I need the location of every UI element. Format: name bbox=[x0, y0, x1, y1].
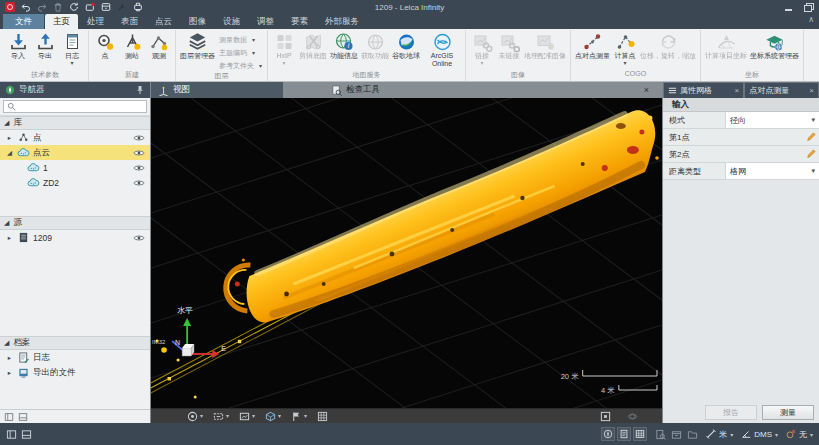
tree-item[interactable]: ▸导出的文件 bbox=[0, 365, 150, 380]
report-view-button[interactable] bbox=[617, 427, 631, 441]
stack-item[interactable]: 主题编码▾ bbox=[219, 48, 262, 58]
search-input[interactable] bbox=[19, 101, 143, 112]
pencil-icon[interactable] bbox=[806, 149, 816, 159]
inspector-icon[interactable] bbox=[655, 429, 666, 440]
report-icon[interactable] bbox=[133, 2, 143, 12]
tree-item[interactable]: ▸日志 bbox=[0, 350, 150, 365]
clipping-button[interactable]: ▾ bbox=[213, 411, 229, 422]
panel-bottom-dark-icon[interactable] bbox=[18, 412, 28, 422]
project-coords-button[interactable]: 计算项目坐标 bbox=[704, 31, 748, 60]
expander-icon[interactable]: ▸ bbox=[5, 134, 14, 142]
3d-view-canvas[interactable]: 水平 N E IM32 20 米 4 米 bbox=[151, 98, 662, 408]
get-features-button[interactable]: 获取功能 bbox=[360, 31, 390, 60]
grid-toggle-button[interactable] bbox=[317, 411, 328, 422]
refresh-icon[interactable] bbox=[69, 2, 79, 12]
fit-view-button[interactable] bbox=[600, 411, 611, 422]
expander-icon[interactable]: ▸ bbox=[5, 369, 14, 377]
ribbon-tab-7[interactable]: 要素 bbox=[283, 14, 316, 29]
link-image-button[interactable]: 链接▾ bbox=[469, 31, 495, 66]
google-earth-button[interactable]: 谷歌地球 bbox=[391, 31, 421, 60]
new-point-button[interactable]: 点 bbox=[92, 31, 118, 60]
section-header[interactable]: ◢源 bbox=[0, 216, 150, 230]
expander-icon[interactable]: ▸ bbox=[5, 354, 14, 362]
ribbon-tab-5[interactable]: 设施 bbox=[215, 14, 248, 29]
minimize-button[interactable] bbox=[784, 3, 794, 12]
file-tab[interactable]: 文件 bbox=[3, 14, 44, 29]
panel-left-dark-icon[interactable] bbox=[4, 412, 14, 422]
restore-button[interactable] bbox=[804, 3, 814, 12]
feature-info-button[interactable]: i功能信息 bbox=[329, 31, 359, 60]
p2p-measure-button[interactable]: 点对点测量 bbox=[574, 31, 611, 60]
tab-view[interactable]: 视图 bbox=[151, 82, 283, 98]
flag-button[interactable]: ▾ bbox=[291, 411, 307, 422]
view-settings-button[interactable]: ▾ bbox=[187, 411, 203, 422]
folder-view-icon[interactable] bbox=[687, 429, 698, 440]
export-button[interactable]: 导出 bbox=[32, 31, 58, 60]
new-observation-button[interactable]: 观测 bbox=[146, 31, 172, 60]
tab-property-grid[interactable]: 属性网格 × bbox=[664, 83, 743, 98]
tab-point-to-point[interactable]: 点对点测量 × bbox=[745, 83, 818, 98]
clip-basemap-button[interactable]: 剪辑底图 bbox=[298, 31, 328, 60]
measure-button[interactable]: 测量 bbox=[762, 405, 814, 420]
expander-icon[interactable]: ◢ bbox=[5, 149, 14, 157]
panel-left-icon[interactable] bbox=[6, 429, 17, 440]
cube-view-button[interactable]: ▾ bbox=[265, 411, 281, 422]
layer-manager-button[interactable]: 图层管理器 bbox=[179, 31, 216, 60]
ribbon-tab-0[interactable]: 主页 bbox=[45, 14, 78, 29]
ribbon-tab-2[interactable]: 表面 bbox=[113, 14, 146, 29]
import-button[interactable]: 导入 bbox=[5, 31, 31, 60]
tree-item[interactable]: ▸点 bbox=[0, 130, 150, 145]
eye-icon[interactable] bbox=[133, 149, 145, 157]
undo-icon[interactable] bbox=[21, 2, 31, 12]
ribbon-tab-1[interactable]: 处理 bbox=[79, 14, 112, 29]
close-icon[interactable]: × bbox=[735, 86, 740, 95]
property-value-2[interactable] bbox=[725, 146, 819, 162]
arcgis-online-button[interactable]: ArcGIS Online bbox=[422, 31, 462, 68]
tree-item[interactable]: ▸1209 bbox=[0, 230, 150, 245]
crs-selector[interactable]: 无 ▾ bbox=[786, 429, 813, 440]
unlink-image-button[interactable]: 未链接 bbox=[496, 31, 522, 60]
navigator-view-button[interactable] bbox=[601, 427, 615, 441]
archive-icon[interactable] bbox=[101, 2, 111, 12]
eye-icon[interactable] bbox=[133, 164, 145, 172]
eye-icon[interactable] bbox=[133, 134, 145, 142]
section-header[interactable]: ◢档案 bbox=[0, 336, 150, 350]
eye-icon[interactable] bbox=[133, 234, 145, 242]
tree-item[interactable]: ZD2 bbox=[0, 175, 150, 190]
archive-view-icon[interactable] bbox=[671, 429, 682, 440]
tree-item[interactable]: 1 bbox=[0, 160, 150, 175]
expander-icon[interactable]: ▸ bbox=[5, 234, 14, 242]
stack-item[interactable]: 参考文件夹▾ bbox=[219, 61, 262, 71]
stack-item[interactable]: 测量数据▾ bbox=[219, 35, 262, 45]
new-station-button[interactable]: 测站 bbox=[119, 31, 145, 60]
ribbon-tab-4[interactable]: 图像 bbox=[181, 14, 214, 29]
angle-unit-selector[interactable]: DMS ▾ bbox=[741, 429, 778, 439]
property-value-3[interactable]: 格网▾ bbox=[725, 163, 819, 179]
orbit-button[interactable] bbox=[627, 411, 638, 422]
pin-icon[interactable] bbox=[135, 85, 145, 95]
send-icon[interactable] bbox=[85, 2, 95, 12]
tab-inspect-tools[interactable]: 检查工具 × bbox=[283, 82, 662, 98]
pencil-icon[interactable] bbox=[806, 132, 816, 142]
property-value-1[interactable] bbox=[725, 129, 819, 145]
tree-item[interactable]: ◢点云 bbox=[0, 145, 150, 160]
ribbon-tab-3[interactable]: 点云 bbox=[147, 14, 180, 29]
tools-icon[interactable] bbox=[117, 2, 127, 12]
transform-button[interactable]: 位移，旋转，缩放 bbox=[639, 31, 697, 60]
distance-unit-selector[interactable]: 米 ▾ bbox=[706, 429, 733, 440]
section-header[interactable]: ◢库 bbox=[0, 116, 150, 130]
close-icon[interactable]: × bbox=[638, 85, 655, 95]
compute-point-button[interactable]: 计算点▾ bbox=[612, 31, 638, 66]
ribbon-tab-6[interactable]: 调整 bbox=[249, 14, 282, 29]
delete-icon[interactable] bbox=[53, 2, 63, 12]
eye-icon[interactable] bbox=[133, 179, 145, 187]
ribbon-tab-8[interactable]: 外部服务 bbox=[317, 14, 367, 29]
grid-view-button[interactable] bbox=[633, 427, 647, 441]
hxip-button[interactable]: HxIP▾ bbox=[271, 31, 297, 66]
property-value-0[interactable]: 径向▾ bbox=[725, 112, 819, 128]
log-report-button[interactable]: 日志▾ bbox=[59, 31, 85, 66]
georef-image-button[interactable]: 地理配准图像 bbox=[523, 31, 567, 60]
collapse-ribbon-icon[interactable]: ∧ bbox=[808, 15, 814, 24]
panel-bottom-icon[interactable] bbox=[21, 429, 32, 440]
close-icon[interactable]: × bbox=[809, 86, 814, 95]
